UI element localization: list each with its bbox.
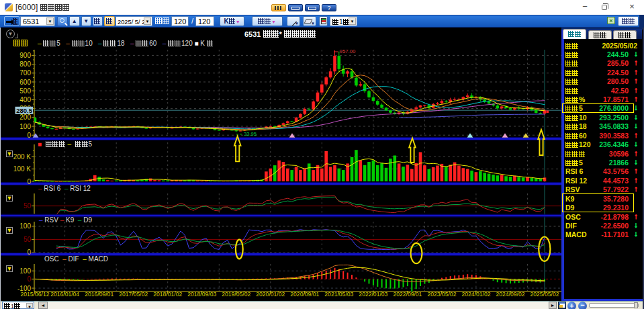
svg-text:100: 100 [19,222,31,230]
svg-text:900: 900 [19,52,31,59]
svg-text:0: 0 [27,132,31,139]
svg-text:100 K: 100 K [13,165,31,173]
svg-text:2022/09/01: 2022/09/01 [393,291,422,298]
svg-text:2016/01/04: 2016/01/04 [50,291,79,298]
svg-text:200: 200 [19,114,31,121]
svg-text:50: 50 [24,202,32,210]
svg-text:2015/06/12: 2015/06/12 [20,291,49,298]
svg-text:-957.00: -957.00 [338,48,356,54]
svg-text:100: 100 [19,267,31,275]
svg-text:2017/05/02: 2017/05/02 [119,291,148,298]
svg-text:700: 700 [19,69,31,77]
svg-text:33.95: 33.95 [244,131,257,137]
svg-text:2018/09/03: 2018/09/03 [187,291,216,298]
svg-text:2020/09/01: 2020/09/01 [290,291,319,298]
svg-text:2023/05/02: 2023/05/02 [427,291,456,298]
svg-text:50: 50 [24,236,32,243]
svg-text:100: 100 [19,123,31,130]
svg-text:2018/01/02: 2018/01/02 [153,291,182,298]
svg-text:200 K: 200 K [13,153,31,161]
svg-text:2020/01/02: 2020/01/02 [256,291,285,298]
svg-text:280.5: 280.5 [16,107,32,114]
svg-text:2024/09/02: 2024/09/02 [496,291,524,298]
svg-text:800: 800 [19,60,31,68]
svg-text:0: 0 [27,249,31,256]
svg-text:2024/01/02: 2024/01/02 [461,291,490,298]
svg-text:0: 0 [27,275,31,283]
svg-text:500: 500 [19,87,31,95]
svg-text:600: 600 [19,79,31,86]
svg-text:0: 0 [27,178,31,185]
svg-text:2016/09/01: 2016/09/01 [85,291,113,298]
svg-text:2021/05/03: 2021/05/03 [324,291,353,298]
svg-text:2025/05/02: 2025/05/02 [530,291,559,298]
svg-text:2019/05/02: 2019/05/02 [222,291,250,298]
svg-text:400: 400 [19,96,31,103]
svg-text:2022/01/03: 2022/01/03 [359,291,387,298]
